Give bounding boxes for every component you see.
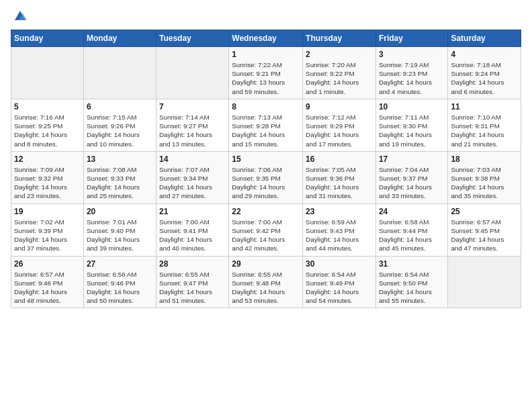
header-cell-friday: Friday <box>375 30 447 47</box>
day-info: Sunrise: 6:56 AM Sunset: 9:46 PM Dayligh… <box>87 270 153 306</box>
calendar-cell: 22Sunrise: 7:00 AM Sunset: 9:42 PM Dayli… <box>229 203 303 256</box>
day-number: 16 <box>306 154 373 164</box>
week-row-1: 1Sunrise: 7:22 AM Sunset: 9:21 PM Daylig… <box>11 47 521 99</box>
day-info: Sunrise: 7:01 AM Sunset: 9:40 PM Dayligh… <box>87 218 153 253</box>
day-number: 13 <box>87 154 153 164</box>
header-cell-wednesday: Wednesday <box>229 30 303 47</box>
calendar-cell: 28Sunrise: 6:55 AM Sunset: 9:47 PM Dayli… <box>156 256 228 308</box>
calendar-cell: 31Sunrise: 6:54 AM Sunset: 9:50 PM Dayli… <box>375 256 447 308</box>
day-number: 11 <box>451 102 518 111</box>
calendar-body: 1Sunrise: 7:22 AM Sunset: 9:21 PM Daylig… <box>11 47 521 308</box>
calendar-cell: 18Sunrise: 7:03 AM Sunset: 9:38 PM Dayli… <box>448 151 521 203</box>
calendar-cell: 4Sunrise: 7:18 AM Sunset: 9:24 PM Daylig… <box>448 47 521 99</box>
day-info: Sunrise: 7:22 AM Sunset: 9:21 PM Dayligh… <box>232 60 300 96</box>
day-info: Sunrise: 6:57 AM Sunset: 9:46 PM Dayligh… <box>14 270 81 306</box>
week-row-5: 26Sunrise: 6:57 AM Sunset: 9:46 PM Dayli… <box>11 256 521 308</box>
day-number: 3 <box>379 50 445 59</box>
day-number: 5 <box>14 102 81 111</box>
day-info: Sunrise: 7:13 AM Sunset: 9:28 PM Dayligh… <box>232 113 300 148</box>
calendar-cell: 12Sunrise: 7:09 AM Sunset: 9:32 PM Dayli… <box>11 151 84 203</box>
day-info: Sunrise: 7:10 AM Sunset: 9:31 PM Dayligh… <box>451 113 518 148</box>
day-number: 20 <box>87 207 153 216</box>
day-info: Sunrise: 7:11 AM Sunset: 9:30 PM Dayligh… <box>379 113 445 148</box>
day-number: 25 <box>451 207 518 216</box>
day-number: 28 <box>159 259 226 269</box>
day-number: 10 <box>379 102 445 111</box>
header-cell-monday: Monday <box>83 30 156 47</box>
day-number: 1 <box>232 50 300 59</box>
day-number: 26 <box>14 259 81 269</box>
calendar-cell: 19Sunrise: 7:02 AM Sunset: 9:39 PM Dayli… <box>11 203 84 256</box>
day-info: Sunrise: 7:15 AM Sunset: 9:26 PM Dayligh… <box>87 113 153 148</box>
header-cell-tuesday: Tuesday <box>156 30 228 47</box>
calendar-table: SundayMondayTuesdayWednesdayThursdayFrid… <box>11 30 521 308</box>
day-info: Sunrise: 7:12 AM Sunset: 9:29 PM Dayligh… <box>306 113 373 148</box>
calendar-cell: 25Sunrise: 6:57 AM Sunset: 9:45 PM Dayli… <box>448 203 521 256</box>
calendar-cell: 21Sunrise: 7:00 AM Sunset: 9:41 PM Dayli… <box>156 203 228 256</box>
day-number: 4 <box>451 50 518 59</box>
day-number: 12 <box>14 154 81 164</box>
day-number: 24 <box>379 207 445 216</box>
header-cell-saturday: Saturday <box>448 30 521 47</box>
week-row-2: 5Sunrise: 7:16 AM Sunset: 9:25 PM Daylig… <box>11 99 521 151</box>
calendar-cell: 20Sunrise: 7:01 AM Sunset: 9:40 PM Dayli… <box>83 203 156 256</box>
day-info: Sunrise: 7:18 AM Sunset: 9:24 PM Dayligh… <box>451 60 518 96</box>
calendar-cell <box>83 47 156 99</box>
calendar-cell <box>448 256 521 308</box>
header-cell-thursday: Thursday <box>303 30 376 47</box>
day-number: 9 <box>306 102 373 111</box>
day-number: 23 <box>306 207 373 216</box>
day-info: Sunrise: 7:06 AM Sunset: 9:35 PM Dayligh… <box>232 165 300 201</box>
day-number: 30 <box>306 259 373 269</box>
day-number: 2 <box>306 50 373 59</box>
logo-icon <box>12 8 28 24</box>
calendar-cell: 9Sunrise: 7:12 AM Sunset: 9:29 PM Daylig… <box>303 99 376 151</box>
day-info: Sunrise: 6:59 AM Sunset: 9:43 PM Dayligh… <box>306 218 373 253</box>
day-number: 31 <box>379 259 445 269</box>
week-row-3: 12Sunrise: 7:09 AM Sunset: 9:32 PM Dayli… <box>11 151 521 203</box>
day-number: 19 <box>14 207 81 216</box>
calendar-cell: 11Sunrise: 7:10 AM Sunset: 9:31 PM Dayli… <box>448 99 521 151</box>
day-number: 18 <box>451 154 518 164</box>
calendar-cell: 6Sunrise: 7:15 AM Sunset: 9:26 PM Daylig… <box>83 99 156 151</box>
calendar-cell <box>156 47 228 99</box>
day-info: Sunrise: 7:14 AM Sunset: 9:27 PM Dayligh… <box>159 113 226 148</box>
calendar-cell <box>11 47 84 99</box>
day-info: Sunrise: 7:03 AM Sunset: 9:38 PM Dayligh… <box>451 165 518 201</box>
day-info: Sunrise: 6:57 AM Sunset: 9:45 PM Dayligh… <box>451 218 518 253</box>
calendar-cell: 15Sunrise: 7:06 AM Sunset: 9:35 PM Dayli… <box>229 151 303 203</box>
day-number: 15 <box>232 154 300 164</box>
calendar-cell: 23Sunrise: 6:59 AM Sunset: 9:43 PM Dayli… <box>303 203 376 256</box>
day-info: Sunrise: 7:19 AM Sunset: 9:23 PM Dayligh… <box>379 60 445 96</box>
calendar-header: SundayMondayTuesdayWednesdayThursdayFrid… <box>11 30 521 47</box>
day-info: Sunrise: 7:05 AM Sunset: 9:36 PM Dayligh… <box>306 165 373 201</box>
day-info: Sunrise: 7:04 AM Sunset: 9:37 PM Dayligh… <box>379 165 445 201</box>
calendar-cell: 24Sunrise: 6:58 AM Sunset: 9:44 PM Dayli… <box>375 203 447 256</box>
day-info: Sunrise: 7:07 AM Sunset: 9:34 PM Dayligh… <box>159 165 226 201</box>
day-info: Sunrise: 7:20 AM Sunset: 9:22 PM Dayligh… <box>306 60 373 96</box>
day-number: 17 <box>379 154 445 164</box>
calendar-cell: 1Sunrise: 7:22 AM Sunset: 9:21 PM Daylig… <box>229 47 303 99</box>
calendar-cell: 8Sunrise: 7:13 AM Sunset: 9:28 PM Daylig… <box>229 99 303 151</box>
day-number: 27 <box>87 259 153 269</box>
day-number: 7 <box>159 102 226 111</box>
day-info: Sunrise: 7:00 AM Sunset: 9:42 PM Dayligh… <box>232 218 300 253</box>
calendar-cell: 13Sunrise: 7:08 AM Sunset: 9:33 PM Dayli… <box>83 151 156 203</box>
calendar-cell: 3Sunrise: 7:19 AM Sunset: 9:23 PM Daylig… <box>375 47 447 99</box>
day-number: 29 <box>232 259 300 269</box>
day-info: Sunrise: 6:54 AM Sunset: 9:50 PM Dayligh… <box>379 270 445 306</box>
day-number: 6 <box>87 102 153 111</box>
calendar-cell: 10Sunrise: 7:11 AM Sunset: 9:30 PM Dayli… <box>375 99 447 151</box>
day-number: 21 <box>159 207 226 216</box>
day-info: Sunrise: 7:02 AM Sunset: 9:39 PM Dayligh… <box>14 218 81 253</box>
calendar-cell: 17Sunrise: 7:04 AM Sunset: 9:37 PM Dayli… <box>375 151 447 203</box>
day-info: Sunrise: 7:16 AM Sunset: 9:25 PM Dayligh… <box>14 113 81 148</box>
day-number: 22 <box>232 207 300 216</box>
calendar-cell: 2Sunrise: 7:20 AM Sunset: 9:22 PM Daylig… <box>303 47 376 99</box>
calendar-cell: 5Sunrise: 7:16 AM Sunset: 9:25 PM Daylig… <box>11 99 84 151</box>
day-number: 8 <box>232 102 300 111</box>
header-cell-sunday: Sunday <box>11 30 84 47</box>
day-number: 14 <box>159 154 226 164</box>
day-info: Sunrise: 7:00 AM Sunset: 9:41 PM Dayligh… <box>159 218 226 253</box>
calendar-cell: 29Sunrise: 6:55 AM Sunset: 9:48 PM Dayli… <box>229 256 303 308</box>
